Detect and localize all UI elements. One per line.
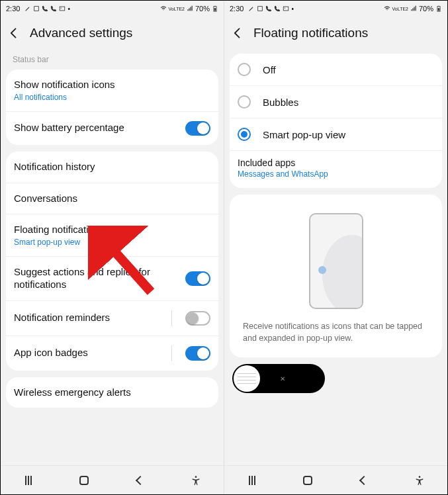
- status-time: 2:30: [230, 5, 244, 13]
- toggle-battery-pct[interactable]: [185, 121, 210, 136]
- radio-bubbles[interactable]: [238, 95, 251, 109]
- toggle-badges[interactable]: [185, 346, 210, 361]
- svg-rect-9: [284, 7, 289, 11]
- row-title: Show notification icons: [14, 79, 210, 91]
- svg-point-10: [285, 8, 285, 9]
- wifi-icon: [384, 5, 390, 12]
- nav-back[interactable]: [357, 473, 371, 488]
- svg-rect-5: [214, 6, 216, 7]
- section-label-statusbar: Status bar: [6, 50, 218, 66]
- signal-icon: [410, 5, 417, 12]
- status-bar: 2:30 • VoLTE2 70%: [1, 1, 224, 17]
- volte-label: VoLTE2: [169, 7, 185, 11]
- svg-point-2: [61, 8, 62, 9]
- screen-floating-notifications: 2:30 • VoLTE2 70% Floating notifications: [224, 1, 447, 494]
- svg-point-6: [195, 476, 197, 478]
- row-show-notification-icons[interactable]: Show notification icons All notification…: [6, 69, 218, 112]
- row-sub: All notifications: [14, 93, 210, 102]
- preview-description: Receive notifications as icons that can …: [243, 321, 429, 344]
- signal-icon: [187, 5, 193, 12]
- more-dot-icon: •: [67, 5, 70, 13]
- svg-rect-0: [34, 7, 39, 11]
- call-icon: [265, 5, 272, 12]
- header: Floating notifications: [224, 17, 447, 50]
- edit-icon: [248, 5, 255, 12]
- back-icon[interactable]: [7, 26, 21, 40]
- nav-home[interactable]: [300, 473, 315, 488]
- nav-accessibility[interactable]: [412, 473, 427, 488]
- card-statusbar: Show notification icons All notification…: [6, 69, 218, 145]
- call-icon-2: [50, 5, 57, 12]
- card-notifications: Notification history Conversations Float…: [6, 152, 218, 371]
- svg-rect-1: [60, 7, 66, 11]
- radio-smart[interactable]: [238, 128, 251, 141]
- battery-pct: 70%: [419, 5, 433, 13]
- row-title: Show battery percentage: [14, 122, 179, 134]
- more-dot-icon: •: [291, 5, 294, 13]
- edit-icon: [24, 5, 31, 12]
- preview-card: Receive notifications as icons that can …: [230, 195, 442, 357]
- row-suggest-actions[interactable]: Suggest actions and replies for notifica…: [6, 257, 218, 301]
- status-bar: 2:30 • VoLTE2 70%: [224, 1, 447, 17]
- back-icon[interactable]: [231, 26, 244, 40]
- call-icon-2: [274, 5, 281, 12]
- radio-row-smart[interactable]: Smart pop-up view: [230, 118, 442, 151]
- battery-icon: [435, 5, 442, 12]
- screenshot-icon: [33, 5, 40, 12]
- page-title: Advanced settings: [30, 26, 132, 40]
- svg-rect-4: [214, 8, 216, 11]
- card-wireless-alerts: Wireless emergency alerts: [6, 377, 218, 408]
- close-icon[interactable]: ✕: [280, 375, 285, 382]
- nav-recent[interactable]: [21, 473, 36, 488]
- row-notification-history[interactable]: Notification history: [6, 152, 218, 183]
- popup-pill-thumb-icon: [234, 365, 260, 392]
- row-app-icon-badges[interactable]: App icon badges: [6, 336, 218, 371]
- nav-home[interactable]: [77, 473, 91, 488]
- divider: [171, 345, 172, 361]
- card-options: Off Bubbles Smart pop-up view Included a…: [230, 54, 442, 188]
- row-included-apps[interactable]: Included apps Messages and WhatsApp: [230, 151, 442, 188]
- nav-accessibility[interactable]: [189, 473, 203, 488]
- row-floating-notifications[interactable]: Floating notifications Smart pop-up view: [6, 214, 218, 257]
- row-conversations[interactable]: Conversations: [6, 183, 218, 215]
- status-time: 2:30: [6, 5, 20, 13]
- volte-label: VoLTE2: [392, 7, 408, 11]
- screenshot-icon: [257, 5, 263, 12]
- row-wireless-alerts[interactable]: Wireless emergency alerts: [6, 377, 218, 408]
- divider: [171, 310, 172, 326]
- image-icon: [283, 5, 289, 12]
- page-title: Floating notifications: [253, 26, 368, 40]
- call-icon: [42, 5, 48, 12]
- battery-icon: [212, 5, 218, 12]
- svg-point-14: [419, 476, 421, 478]
- screen-advanced-settings: 2:30 • VoLTE2 70% Advanced settings Stat…: [1, 1, 224, 494]
- toggle-suggest[interactable]: [185, 271, 210, 286]
- nav-recent[interactable]: [245, 473, 259, 488]
- svg-rect-8: [258, 7, 263, 11]
- row-notification-reminders[interactable]: Notification reminders: [6, 301, 218, 336]
- wifi-icon: [160, 5, 167, 12]
- radio-row-off[interactable]: Off: [230, 54, 442, 86]
- radio-off[interactable]: [238, 63, 251, 76]
- toggle-reminders[interactable]: [185, 311, 210, 326]
- navbar: [224, 465, 447, 494]
- navbar: [1, 465, 224, 494]
- battery-pct: 70%: [195, 5, 210, 13]
- image-icon: [59, 5, 66, 12]
- nav-back[interactable]: [133, 473, 148, 488]
- row-show-battery-percentage[interactable]: Show battery percentage: [6, 112, 218, 145]
- svg-rect-13: [438, 6, 439, 7]
- header: Advanced settings: [1, 17, 224, 50]
- popup-pill[interactable]: ✕: [232, 364, 325, 393]
- svg-rect-12: [438, 8, 440, 11]
- phone-preview-icon: [309, 213, 363, 309]
- radio-row-bubbles[interactable]: Bubbles: [230, 86, 442, 118]
